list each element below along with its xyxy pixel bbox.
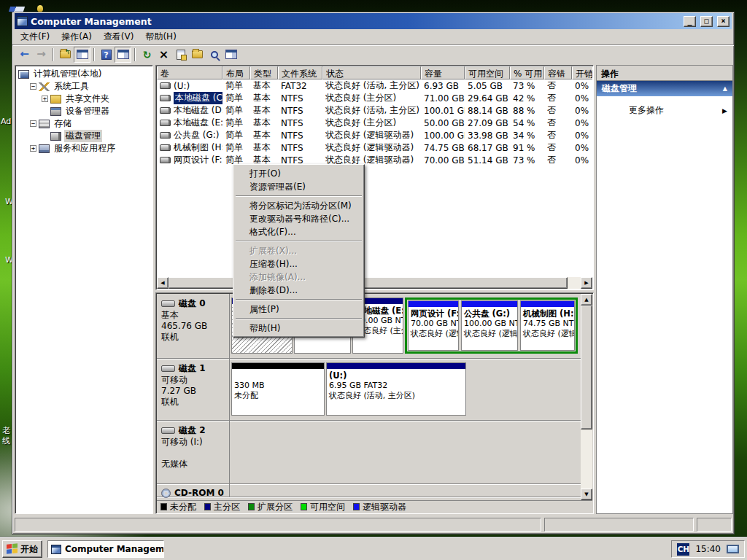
tree-expander-icon[interactable]: − — [30, 120, 36, 127]
context-menu-item-8[interactable]: 压缩卷(H)... — [234, 257, 363, 271]
column-header-2[interactable]: 类型 — [250, 66, 278, 79]
show-console-tree-button[interactable] — [74, 47, 90, 63]
table-cell: 71.00 GB — [421, 93, 465, 104]
context-menu-item-14[interactable]: 帮助(H) — [234, 322, 363, 335]
tree-expander-icon[interactable]: − — [30, 83, 36, 90]
column-header-1[interactable]: 布局 — [222, 66, 250, 79]
scrollbar-thumb[interactable] — [169, 277, 568, 289]
table-cell: 33.98 GB — [465, 131, 510, 141]
partition-name: 公共盘 (G:) — [464, 308, 515, 319]
scroll-right-button[interactable]: ▶ — [581, 277, 592, 289]
back-button[interactable]: ← — [16, 47, 33, 63]
horizontal-scrollbar[interactable]: ◀ ▶ — [157, 277, 592, 289]
partition-type-bar — [409, 301, 458, 307]
app-icon — [17, 16, 28, 26]
menu-3[interactable]: 帮助(H) — [139, 29, 182, 44]
column-header-7[interactable]: % 可用 — [510, 66, 544, 79]
table-row[interactable]: 本地磁盘 (D:)简单基本NTFS状态良好 (活动, 主分区)100.01 GB… — [157, 104, 592, 117]
column-header-3[interactable]: 文件系统 — [278, 66, 322, 79]
disk-label[interactable]: 磁盘 2可移动 (I:) 无媒体 — [157, 421, 230, 483]
column-header-9[interactable]: 开销 — [572, 66, 592, 79]
properties-button[interactable] — [172, 47, 189, 63]
tree-item-4[interactable]: −存储 — [16, 117, 152, 130]
column-header-0[interactable]: 卷 — [157, 66, 222, 79]
context-menu-item-4[interactable]: 更改驱动器号和路径(C)... — [234, 212, 363, 225]
disk-label[interactable]: 磁盘 0基本465.76 GB联机 — [157, 294, 230, 358]
scroll-down-button[interactable]: ▼ — [581, 489, 592, 500]
column-header-8[interactable]: 容错 — [544, 66, 572, 79]
help-button[interactable]: ? — [98, 47, 115, 63]
collapse-icon[interactable]: ▲ — [723, 85, 727, 92]
scroll-up-button[interactable]: ▲ — [581, 294, 592, 306]
table-cell: 73 % — [510, 81, 544, 91]
column-header-4[interactable]: 状态 — [322, 66, 421, 79]
network-monitor-icon[interactable] — [727, 545, 739, 553]
table-row[interactable]: 本地磁盘 (C:)简单基本NTFS状态良好 (主分区)71.00 GB29.64… — [157, 92, 592, 104]
tree-item-2[interactable]: +共享文件夹 — [16, 93, 152, 105]
find-button[interactable] — [206, 47, 222, 63]
volume-name: 本地磁盘 (C:) — [174, 92, 222, 104]
table-cell: 否 — [544, 117, 572, 129]
context-menu-item-1[interactable]: 资源管理器(E) — [234, 180, 363, 193]
disk-management-section-header[interactable]: 磁盘管理 ▲ — [597, 81, 732, 96]
table-row[interactable]: 机械制图 (H:)简单基本NTFS状态良好 (逻辑驱动器)74.75 GB68.… — [157, 141, 592, 154]
table-cell: 100.00 GB — [421, 131, 465, 141]
column-header-5[interactable]: 容量 — [421, 66, 465, 79]
tree-item-6[interactable]: +服务和应用程序 — [16, 142, 152, 155]
table-row[interactable]: 公共盘 (G:)简单基本NTFS状态良好 (逻辑驱动器)100.00 GB33.… — [157, 129, 592, 141]
export-list-button[interactable] — [222, 47, 239, 63]
menu-0[interactable]: 文件(F) — [15, 29, 55, 44]
partition-status: 状态良好 (活动, 主分区) — [329, 391, 463, 401]
partition-block[interactable]: 机械制图 (H:)74.75 GB NTFS状态良好 (逻辑驱动器) — [520, 300, 575, 351]
context-menu-item-3[interactable]: 将分区标记为活动分区(M) — [234, 199, 363, 212]
disk-info-line — [161, 448, 227, 459]
context-menu-item-0[interactable]: 打开(O) — [234, 167, 363, 180]
tree-expander-icon[interactable]: + — [42, 96, 48, 102]
disk-label[interactable]: CD-ROM 0 — [157, 484, 230, 497]
context-menu-item-10[interactable]: 删除卷(D)... — [234, 284, 363, 297]
partition-block[interactable]: (U:)6.95 GB FAT32状态良好 (活动, 主分区) — [326, 362, 466, 416]
status-segment — [15, 518, 541, 532]
open-folder-button[interactable] — [189, 47, 206, 63]
refresh-button[interactable]: ↻ — [139, 47, 155, 63]
context-menu-item-5[interactable]: 格式化(F)... — [234, 225, 363, 238]
table-cell: 68.17 GB — [465, 143, 510, 153]
context-menu-item-12[interactable]: 属性(P) — [234, 303, 363, 316]
table-row[interactable]: 网页设计 (F:)简单基本NTFS状态良好 (逻辑驱动器)70.00 GB51.… — [157, 154, 592, 166]
table-row[interactable]: 本地磁盘 (E:)简单基本NTFS状态良好 (主分区)50.00 GB27.09… — [157, 117, 592, 129]
tree-item-1[interactable]: −系统工具 — [16, 80, 152, 93]
refresh-icon: ↻ — [143, 49, 152, 61]
menu-bar: 文件(F)操作(A)查看(V)帮助(H) — [12, 29, 734, 44]
column-header-6[interactable]: 可用空间 — [465, 66, 510, 79]
vertical-scrollbar[interactable]: ▲ ▼ — [581, 294, 592, 500]
show-action-pane-button[interactable] — [115, 47, 131, 63]
more-actions-item[interactable]: 更多操作 ▶ — [597, 104, 732, 117]
close-button[interactable]: × — [717, 16, 729, 27]
legend-item: 扩展分区 — [248, 501, 293, 513]
forward-button[interactable]: → — [33, 47, 50, 63]
partition-block[interactable]: 公共盘 (G:)100.00 GB NTFS状态良好 (逻辑驱动器) — [461, 300, 518, 351]
scrollbar-track[interactable] — [568, 277, 581, 289]
disk-label[interactable]: 磁盘 1可移动7.27 GB联机 — [157, 359, 230, 420]
tree-item-0[interactable]: 计算机管理(本地) — [16, 68, 152, 80]
taskbar-task-computer-management[interactable]: Computer Management — [47, 540, 164, 558]
partition-block[interactable]: 网页设计 (F:)70.00 GB NTFS状态良好 (逻辑驱动器) — [408, 300, 459, 351]
desktop-icon-fragment — [9, 7, 25, 12]
maximize-button[interactable]: □ — [700, 16, 713, 27]
up-folder-button[interactable] — [57, 47, 74, 63]
scroll-left-button[interactable]: ◀ — [157, 277, 169, 289]
minimize-button[interactable]: _ — [684, 16, 696, 27]
legend-item: 未分配 — [160, 501, 196, 513]
tree-item-5[interactable]: 磁盘管理 — [16, 130, 152, 142]
tree-expander-icon[interactable]: + — [30, 145, 36, 152]
delete-button[interactable]: × — [155, 47, 172, 63]
table-row[interactable]: (U:)简单基本FAT32状态良好 (活动, 主分区)6.93 GB5.05 G… — [157, 79, 592, 92]
language-indicator[interactable]: CH — [677, 543, 689, 556]
menu-2[interactable]: 查看(V) — [98, 29, 140, 44]
tree-item-3[interactable]: 设备管理器 — [16, 105, 152, 117]
title-bar[interactable]: Computer Management _ □ × — [15, 13, 732, 29]
menu-1[interactable]: 操作(A) — [55, 29, 98, 44]
scrollbar-thumb[interactable] — [581, 306, 592, 429]
partition-block[interactable]: 330 MB未分配 — [231, 362, 325, 416]
start-button[interactable]: 开始 — [2, 540, 42, 558]
